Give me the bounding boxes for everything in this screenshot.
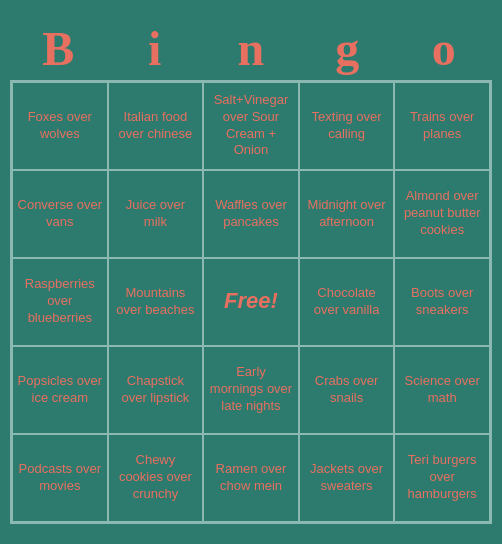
bingo-cell-0[interactable]: Foxes over wolves: [12, 82, 108, 170]
bingo-cell-23[interactable]: Jackets over sweaters: [299, 434, 395, 522]
bingo-cell-24[interactable]: Teri burgers over hamburgers: [394, 434, 490, 522]
bingo-cell-4[interactable]: Trains over planes: [394, 82, 490, 170]
bingo-cell-12[interactable]: Free!: [203, 258, 299, 346]
bingo-cell-19[interactable]: Science over math: [394, 346, 490, 434]
bingo-cell-6[interactable]: Juice over milk: [108, 170, 204, 258]
bingo-cell-20[interactable]: Podcasts over movies: [12, 434, 108, 522]
bingo-cell-7[interactable]: Waffles over pancakes: [203, 170, 299, 258]
bingo-cell-18[interactable]: Crabs over snails: [299, 346, 395, 434]
letter-n: n: [207, 21, 295, 76]
bingo-cell-3[interactable]: Texting over calling: [299, 82, 395, 170]
bingo-cell-9[interactable]: Almond over peanut butter cookies: [394, 170, 490, 258]
bingo-cell-21[interactable]: Chewy cookies over crunchy: [108, 434, 204, 522]
letter-b: B: [14, 21, 102, 76]
bingo-cell-14[interactable]: Boots over sneakers: [394, 258, 490, 346]
letter-i: i: [111, 21, 199, 76]
bingo-cell-5[interactable]: Converse over vans: [12, 170, 108, 258]
bingo-cell-16[interactable]: Chapstick over lipstick: [108, 346, 204, 434]
bingo-cell-17[interactable]: Early mornings over late nights: [203, 346, 299, 434]
bingo-cell-11[interactable]: Mountains over beaches: [108, 258, 204, 346]
bingo-grid: Foxes over wolvesItalian food over chine…: [10, 80, 492, 524]
bingo-cell-15[interactable]: Popsicles over ice cream: [12, 346, 108, 434]
bingo-cell-10[interactable]: Raspberries over blueberries: [12, 258, 108, 346]
bingo-cell-13[interactable]: Chocolate over vanilla: [299, 258, 395, 346]
bingo-cell-8[interactable]: Midnight over afternoon: [299, 170, 395, 258]
bingo-cell-2[interactable]: Salt+Vinegar over Sour Cream + Onion: [203, 82, 299, 170]
bingo-header: B i n g o: [10, 21, 492, 76]
letter-g: g: [303, 21, 391, 76]
letter-o: o: [400, 21, 488, 76]
bingo-cell-1[interactable]: Italian food over chinese: [108, 82, 204, 170]
bingo-cell-22[interactable]: Ramen over chow mein: [203, 434, 299, 522]
bingo-card: B i n g o Foxes over wolvesItalian food …: [0, 11, 502, 534]
